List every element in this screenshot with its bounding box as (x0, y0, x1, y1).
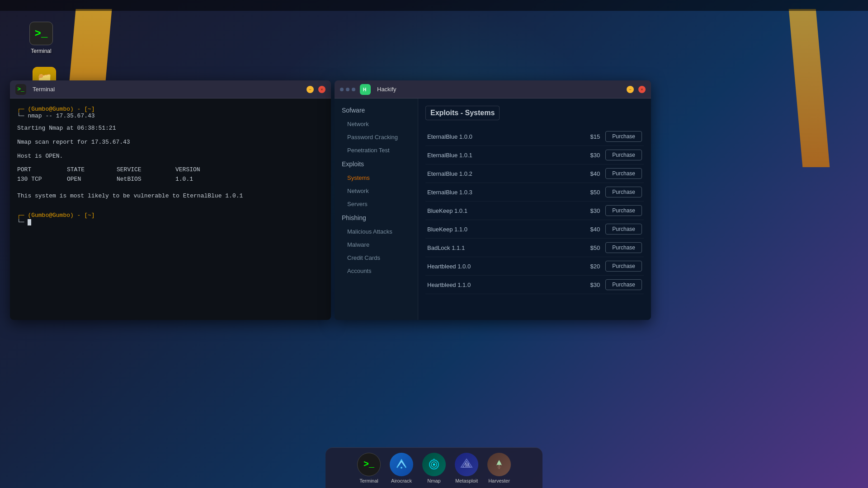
terminal-table-row: 130 TCPOPENNetBIOS1.0.1 (17, 175, 324, 184)
hackify-window-dots (340, 88, 355, 91)
exploit-buy-btn-4[interactable]: Purchase (605, 205, 642, 216)
exploit-buy-btn-3[interactable]: Purchase (605, 187, 642, 197)
exploit-row-8: Heartbleed 1.1.0 $30 Purchase (425, 276, 644, 294)
exploit-price-7: $20 (573, 263, 600, 270)
sidebar-item-ph-accounts[interactable]: Accounts (335, 264, 418, 277)
exploit-buy-btn-1[interactable]: Purchase (605, 150, 642, 160)
sidebar-item-sw-password[interactable]: Password Cracking (335, 131, 418, 144)
taskbar-label-nmap: Nmap (427, 478, 440, 483)
desktop-icon-terminal[interactable]: >_ Terminal (29, 22, 53, 54)
exploit-price-6: $50 (573, 244, 600, 251)
svg-text:H: H (363, 87, 366, 92)
hackify-close-btn[interactable]: × (638, 86, 646, 93)
terminal-line-2: └─ nmap -- 17.35.67.43 (17, 113, 324, 119)
hackify-title-icon: H (360, 84, 371, 95)
exploit-buy-btn-7[interactable]: Purchase (605, 261, 642, 272)
terminal-minimize-btn[interactable]: − (307, 86, 314, 93)
hackify-section-title: Exploits - Systems (425, 106, 500, 120)
terminal-prompt-2-container: ┌─ (Gumbo@Gumbo) - [~] (17, 212, 324, 219)
exploit-name-3: EternalBlue 1.0.3 (427, 189, 573, 196)
exploit-row-7: Heartbleed 1.0.0 $20 Purchase (425, 257, 644, 276)
exploit-row-6: BadLock 1.1.1 $50 Purchase (425, 239, 644, 257)
taskbar-item-harvester[interactable]: Harvester (487, 453, 511, 483)
terminal-body[interactable]: ┌─ (Gumbo@Gumbo) - [~] └─ nmap -- 17.35.… (10, 99, 331, 320)
exploit-price-5: $40 (573, 226, 600, 233)
exploit-name-8: Heartbleed 1.1.0 (427, 282, 573, 288)
exploit-buy-btn-6[interactable]: Purchase (605, 242, 642, 253)
taskbar: >_ Terminal Airocrack Nmap (326, 447, 542, 488)
hackify-titlebar[interactable]: H Hackify − × (335, 80, 651, 99)
terminal-vuln-text: This system is most likely to be vulnera… (17, 192, 324, 201)
taskbar-label-harvester: Harvester (488, 478, 510, 483)
terminal-title-icon: >_ (15, 84, 26, 95)
svg-point-5 (433, 463, 435, 465)
exploit-name-7: Heartbleed 1.0.0 (427, 263, 573, 270)
exploit-buy-btn-5[interactable]: Purchase (605, 224, 642, 235)
terminal-close-btn[interactable]: × (318, 86, 326, 93)
terminal-host-open: Host is OPEN. (17, 152, 324, 161)
top-bar (0, 0, 868, 11)
exploit-price-1: $30 (573, 152, 600, 159)
taskbar-icon-harvester (487, 453, 511, 476)
sidebar-item-ph-creditcards[interactable]: Credit Cards (335, 251, 418, 264)
taskbar-item-terminal[interactable]: >_ Terminal (357, 453, 381, 483)
exploit-price-3: $50 (573, 189, 600, 196)
taskbar-item-airocrack[interactable]: Airocrack (390, 453, 413, 483)
terminal-title-text: Terminal (33, 86, 55, 93)
sidebar-item-sw-network[interactable]: Network (335, 117, 418, 131)
exploit-row-5: BlueKeep 1.1.0 $40 Purchase (425, 220, 644, 239)
exploit-name-5: BlueKeep 1.1.0 (427, 226, 573, 233)
taskbar-label-airocrack: Airocrack (391, 478, 412, 483)
hackify-minimize-btn[interactable]: − (627, 86, 634, 93)
exploit-row-1: EternalBlue 1.0.1 $30 Purchase (425, 146, 644, 164)
terminal-desktop-label: Terminal (31, 48, 51, 54)
terminal-table-header: PORTSTATESERVICEVERSION (17, 165, 324, 175)
taskbar-item-nmap[interactable]: Nmap (422, 453, 446, 483)
taskbar-icon-metasploit: M (455, 453, 478, 476)
terminal-cursor (28, 219, 31, 225)
exploit-buy-btn-2[interactable]: Purchase (605, 168, 642, 179)
terminal-scan-report: Nmap scan report for 17.35.67.43 (17, 138, 324, 147)
terminal-blank-1 (17, 119, 324, 124)
terminal-line-1: ┌─ (Gumbo@Gumbo) - [~] (17, 106, 324, 113)
sidebar-item-ph-malicious[interactable]: Malicious Attacks (335, 225, 418, 238)
terminal-prompt-2: ┌─ (Gumbo@Gumbo) - [~] (17, 212, 95, 219)
taskbar-item-metasploit[interactable]: M Metasploit (455, 453, 478, 483)
terminal-desktop-icon: >_ (29, 22, 53, 45)
taskbar-label-metasploit: Metasploit (455, 478, 478, 483)
exploit-row-3: EternalBlue 1.0.3 $50 Purchase (425, 183, 644, 202)
exploit-name-4: BlueKeep 1.0.1 (427, 207, 573, 214)
svg-text:M: M (465, 463, 469, 468)
terminal-blank-3 (17, 147, 324, 152)
dot-1 (340, 88, 344, 91)
hackify-sidebar: Sofware Network Password Cracking Penetr… (335, 99, 418, 320)
sidebar-item-ex-systems[interactable]: Systems (335, 171, 418, 184)
hackify-window: H Hackify − × Sofware Network Password C… (335, 80, 651, 320)
sidebar-section-phishing: Phishing (335, 211, 418, 225)
exploit-buy-btn-8[interactable]: Purchase (605, 279, 642, 290)
exploit-buy-btn-0[interactable]: Purchase (605, 131, 642, 142)
sidebar-section-exploits: Exploits (335, 157, 418, 171)
exploit-row-0: EternalBlue 1.0.0 $15 Purchase (425, 127, 644, 146)
hackify-main: Exploits - Systems EternalBlue 1.0.0 $15… (418, 99, 651, 320)
terminal-blank-4 (17, 161, 324, 165)
terminal-blank-2 (17, 133, 324, 138)
svg-point-2 (401, 467, 402, 469)
taskbar-label-terminal: Terminal (359, 478, 378, 483)
terminal-prompt-1: ┌─ (Gumbo@Gumbo) - [~] (17, 106, 95, 113)
sidebar-item-ph-malware[interactable]: Malware (335, 238, 418, 251)
terminal-window: >_ Terminal − × ┌─ (Gumbo@Gumbo) - [~] └… (10, 80, 331, 320)
exploit-price-4: $30 (573, 207, 600, 214)
sidebar-item-ex-servers[interactable]: Servers (335, 197, 418, 211)
terminal-blank-6 (17, 201, 324, 212)
sidebar-item-ex-network[interactable]: Network (335, 184, 418, 197)
exploit-price-0: $15 (573, 133, 600, 140)
sidebar-item-sw-pentest[interactable]: Penetration Test (335, 144, 418, 157)
metasploit-icon-svg: M (460, 458, 473, 471)
taskbar-icon-terminal: >_ (357, 453, 381, 476)
sidebar-section-sofware: Sofware (335, 103, 418, 117)
terminal-cursor-prefix: └─ (17, 219, 28, 225)
terminal-titlebar[interactable]: >_ Terminal − × (10, 80, 331, 99)
terminal-starting: Starting Nmap at 06:38:51:21 (17, 124, 324, 133)
nmap-icon-svg (427, 458, 441, 471)
